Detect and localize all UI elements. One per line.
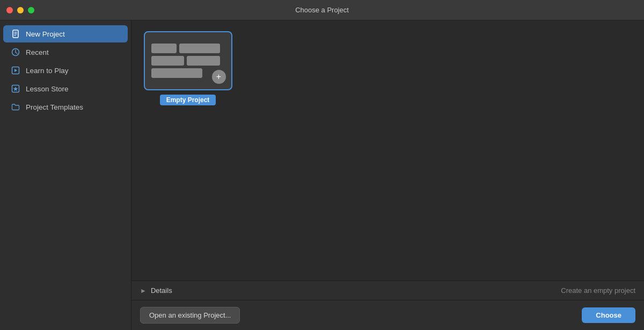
doc-icon	[11, 29, 20, 39]
sidebar-item-label: Lesson Store	[26, 85, 69, 93]
sidebar-item-label: Recent	[26, 48, 49, 56]
track-row-1	[151, 44, 225, 53]
sidebar-item-label: Learn to Play	[26, 67, 69, 75]
play-square-icon	[11, 66, 20, 75]
titlebar: Choose a Project	[0, 0, 644, 20]
project-grid: + Empty Project	[131, 20, 644, 281]
star-square-icon	[11, 84, 20, 94]
maximize-button[interactable]	[28, 7, 34, 13]
track-block	[187, 56, 220, 66]
svg-line-6	[16, 53, 17, 54]
main-layout: New Project Recent Learn to Play	[0, 20, 644, 330]
choose-button[interactable]: Choose	[582, 307, 635, 323]
folder-icon	[11, 102, 20, 112]
sidebar: New Project Recent Learn to Play	[0, 20, 131, 330]
track-row-2	[151, 56, 225, 66]
details-description: Create an empty project	[561, 286, 635, 295]
close-button[interactable]	[6, 7, 13, 13]
plus-icon: +	[212, 70, 226, 84]
svg-marker-8	[14, 69, 17, 72]
clock-icon	[11, 47, 20, 57]
sidebar-item-new-project[interactable]: New Project	[3, 25, 128, 42]
track-block	[179, 44, 219, 53]
card-label: Empty Project	[160, 95, 216, 105]
traffic-lights	[6, 7, 34, 13]
actions-row: Open an existing Project... Choose	[131, 300, 644, 330]
window-title: Choose a Project	[295, 6, 349, 14]
sidebar-item-recent[interactable]: Recent	[3, 44, 128, 61]
sidebar-item-learn-to-play[interactable]: Learn to Play	[3, 62, 128, 79]
sidebar-item-label: Project Templates	[26, 103, 83, 111]
track-block	[151, 56, 185, 66]
chevron-right-icon: ►	[140, 287, 147, 295]
track-block	[151, 44, 177, 53]
sidebar-item-lesson-store[interactable]: Lesson Store	[3, 80, 128, 97]
bottom-bar: ► Details Create an empty project Open a…	[131, 281, 644, 330]
details-label: Details	[151, 286, 172, 295]
minimize-button[interactable]	[17, 7, 24, 13]
details-row[interactable]: ► Details Create an empty project	[131, 281, 644, 300]
open-existing-button[interactable]: Open an existing Project...	[140, 307, 240, 324]
content-area: + Empty Project ► Details Create an empt…	[131, 20, 644, 330]
sidebar-item-project-templates[interactable]: Project Templates	[3, 98, 128, 116]
svg-marker-10	[13, 87, 18, 91]
template-card-empty-project[interactable]: + Empty Project	[142, 31, 233, 105]
sidebar-item-label: New Project	[26, 30, 65, 38]
card-thumbnail: +	[144, 31, 232, 90]
track-block	[151, 68, 203, 78]
